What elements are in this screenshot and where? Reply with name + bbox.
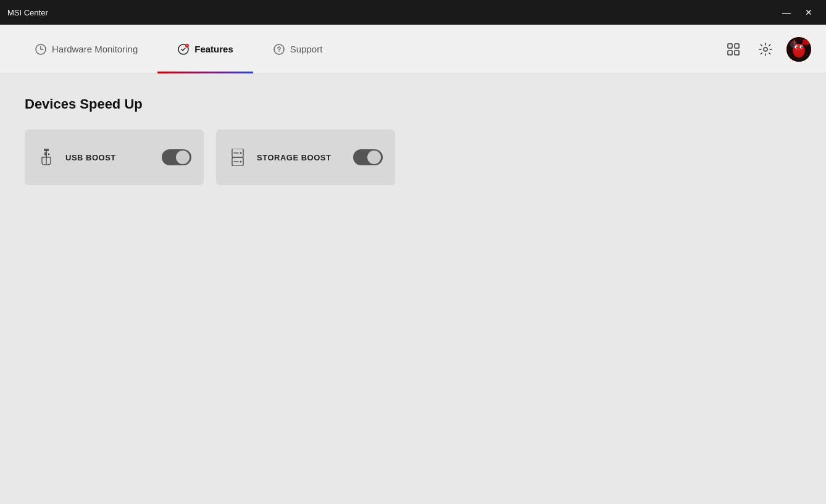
minimize-button[interactable]: — (777, 5, 796, 20)
features-icon (177, 43, 190, 56)
user-avatar[interactable] (786, 37, 811, 62)
storage-boost-toggle[interactable] (353, 149, 383, 165)
svg-rect-5 (728, 44, 732, 48)
usb-boost-toggle-thumb (176, 151, 190, 164)
tab-hardware-monitoring[interactable]: Hardware Monitoring (15, 25, 157, 73)
nav-right-controls (722, 37, 811, 62)
svg-point-16 (801, 46, 803, 48)
storage-boost-icon (228, 147, 247, 168)
tab-support-label: Support (290, 44, 323, 54)
svg-point-9 (764, 48, 767, 51)
usb-boost-label: USB BOOST (65, 153, 152, 162)
settings-button[interactable] (754, 38, 777, 60)
storage-boost-card: STORAGE BOOST (216, 130, 395, 185)
tab-support[interactable]: Support (253, 25, 343, 73)
svg-point-4 (278, 51, 280, 52)
close-button[interactable]: ✕ (799, 5, 819, 20)
grid-button[interactable] (722, 38, 745, 60)
tab-hardware-monitoring-label: Hardware Monitoring (52, 44, 138, 54)
usb-boost-card: USB BOOST (25, 130, 204, 185)
usb-boost-icon (37, 147, 56, 168)
title-bar: MSI Center — ✕ (0, 0, 826, 25)
tab-features-label: Features (194, 44, 233, 54)
svg-rect-6 (735, 44, 739, 48)
app-title: MSI Center (7, 8, 48, 17)
usb-boost-toggle[interactable] (162, 149, 191, 165)
nav-bar: Hardware Monitoring Features (0, 25, 826, 74)
main-content: Devices Speed Up USB BOOST (0, 74, 826, 504)
svg-point-15 (796, 46, 798, 48)
svg-point-17 (803, 39, 809, 45)
svg-rect-8 (735, 51, 739, 55)
svg-rect-7 (728, 51, 732, 55)
support-icon (273, 43, 285, 56)
storage-boost-toggle-thumb (367, 151, 381, 164)
window-controls: — ✕ (777, 5, 819, 20)
nav-tabs: Hardware Monitoring Features (15, 25, 342, 73)
hardware-monitoring-icon (35, 43, 47, 56)
tab-features[interactable]: Features (157, 25, 253, 73)
svg-point-24 (240, 152, 242, 154)
svg-point-2 (185, 44, 189, 48)
section-title: Devices Speed Up (25, 96, 801, 112)
svg-point-25 (240, 161, 242, 163)
boost-cards-row: USB BOOST STORAGE BOOST (25, 130, 801, 185)
storage-boost-label: STORAGE BOOST (257, 153, 343, 162)
svg-rect-21 (44, 152, 46, 155)
svg-rect-18 (44, 149, 49, 151)
